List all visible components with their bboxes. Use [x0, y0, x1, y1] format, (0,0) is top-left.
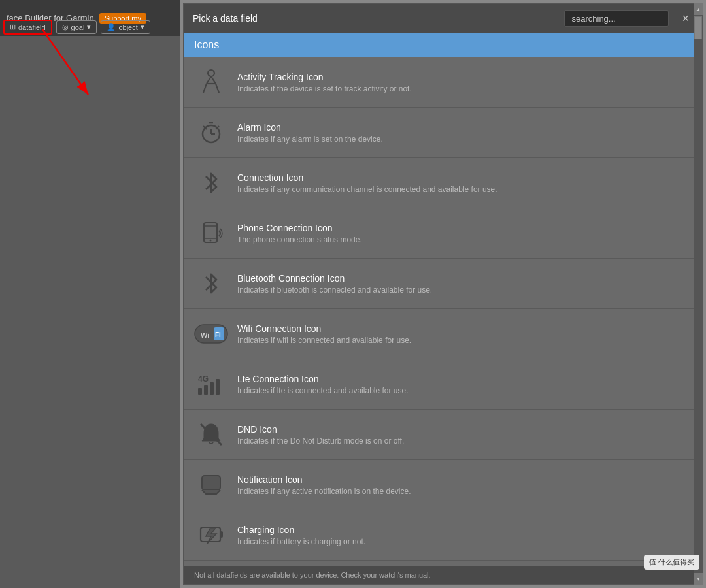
svg-text:4G: 4G — [198, 374, 209, 384]
alarm-icon — [194, 116, 228, 150]
svg-rect-30 — [220, 531, 223, 538]
connection-icon — [194, 166, 228, 200]
charging-icon — [194, 518, 228, 552]
field-desc: Indicates if any communication channel i… — [237, 185, 497, 194]
field-info: Wifi Connection Icon Indicates if wifi i… — [237, 323, 411, 345]
grid-icon: ⊞ — [10, 23, 16, 31]
field-info: DND Icon Indicates if the Do Not Disturb… — [237, 424, 404, 446]
list-item[interactable]: Wi Fi Wifi Connection Icon Indicates if … — [184, 309, 702, 359]
svg-point-2 — [208, 70, 214, 76]
field-info: Bluetooth Connection Icon Indicates if b… — [237, 273, 432, 295]
field-name: Activity Tracking Icon — [237, 72, 412, 82]
notification-icon — [194, 468, 228, 502]
svg-point-17 — [210, 240, 212, 242]
field-info: Notification Icon Indicates if any activ… — [237, 474, 411, 496]
field-info: Phone Connection Icon The phone connecti… — [237, 223, 362, 244]
list-item[interactable]: Connection Icon Indicates if any communi… — [184, 158, 702, 208]
field-name: Charging Icon — [237, 525, 365, 535]
field-desc: Indicates if bluetooth is connected and … — [237, 286, 432, 295]
svg-line-4 — [211, 76, 216, 84]
field-name: Lte Connection Icon — [237, 374, 409, 384]
svg-line-1 — [42, 29, 88, 95]
field-name: Bluetooth Connection Icon — [237, 273, 432, 284]
phone-connection-icon — [194, 216, 228, 250]
field-desc: Indicates if lte is connected and availa… — [237, 386, 409, 395]
field-desc: The phone connection status mode. — [237, 235, 362, 244]
field-desc: Indicates if any alarm is set on the dev… — [237, 135, 383, 144]
scrollbar-thumb[interactable] — [694, 16, 702, 39]
watermark: 值 什么值得买 — [644, 555, 699, 570]
field-desc: Indicates if the device is set to track … — [237, 84, 412, 93]
field-info: Lte Connection Icon Indicates if lte is … — [237, 374, 409, 395]
list-item[interactable]: Bluetooth Connection Icon Indicates if b… — [184, 259, 702, 309]
bluetooth-connection-icon — [194, 267, 228, 301]
field-desc: Indicates if wifi is connected and avail… — [237, 336, 411, 345]
svg-line-6 — [216, 84, 219, 93]
list-item[interactable]: Activity Tracking Icon Indicates if the … — [184, 57, 702, 108]
list-item[interactable]: Battery Icon — [184, 561, 702, 566]
svg-text:Fi: Fi — [215, 331, 221, 338]
field-info: Alarm Icon Indicates if any alarm is set… — [237, 122, 383, 144]
search-input[interactable] — [564, 10, 669, 27]
list-item[interactable]: 4G Lte Connection Icon Indicates if lte … — [184, 359, 702, 410]
svg-text:Wi: Wi — [201, 331, 209, 339]
field-info: Connection Icon Indicates if any communi… — [237, 172, 497, 194]
svg-rect-26 — [216, 379, 220, 395]
field-name: Notification Icon — [237, 474, 411, 485]
field-list: Activity Tracking Icon Indicates if the … — [184, 57, 702, 566]
list-item[interactable]: Alarm Icon Indicates if any alarm is set… — [184, 108, 702, 158]
modal-overlay: Pick a data field × Icons — [180, 0, 706, 588]
field-name: Alarm Icon — [237, 122, 383, 133]
field-info: Activity Tracking Icon Indicates if the … — [237, 72, 412, 93]
field-desc: Indicates if the Do Not Disturb mode is … — [237, 436, 404, 446]
scrollbar-down-button[interactable]: ▼ — [694, 573, 703, 585]
activity-icon — [194, 65, 228, 99]
close-button[interactable]: × — [678, 10, 693, 27]
field-name: Wifi Connection Icon — [237, 323, 411, 334]
field-desc: Indicates if battery is charging or not. — [237, 537, 365, 546]
field-name: DND Icon — [237, 424, 404, 434]
red-arrow-annotation — [36, 23, 114, 108]
svg-line-5 — [203, 84, 207, 93]
scrollbar-track: ▲ ▼ — [694, 3, 703, 585]
section-header: Icons — [184, 33, 702, 57]
list-item[interactable]: Notification Icon Indicates if any activ… — [184, 460, 702, 510]
svg-line-3 — [207, 76, 211, 84]
svg-rect-28 — [202, 476, 220, 490]
scrollbar-up-button[interactable]: ▲ — [694, 3, 703, 15]
modal-title: Pick a data field — [193, 13, 258, 24]
field-info: Charging Icon Indicates if battery is ch… — [237, 525, 365, 546]
modal-header: Pick a data field × — [184, 4, 702, 33]
field-name: Phone Connection Icon — [237, 223, 362, 233]
modal-dialog: Pick a data field × Icons — [183, 3, 703, 585]
lte-connection-icon: 4G — [194, 367, 228, 401]
list-item[interactable]: Charging Icon Indicates if battery is ch… — [184, 510, 702, 561]
svg-rect-24 — [204, 385, 208, 395]
chevron-down-icon-2: ▾ — [141, 23, 144, 31]
field-desc: Indicates if any active notification is … — [237, 487, 411, 496]
modal-footer: Not all datafields are available to your… — [184, 566, 702, 584]
list-item[interactable]: DND Icon Indicates if the Do Not Disturb… — [184, 410, 702, 460]
svg-rect-25 — [210, 382, 214, 395]
list-item[interactable]: Phone Connection Icon The phone connecti… — [184, 208, 702, 259]
field-name: Connection Icon — [237, 172, 497, 183]
wifi-connection-icon: Wi Fi — [194, 317, 228, 351]
svg-rect-23 — [198, 388, 202, 395]
dnd-icon — [194, 417, 228, 451]
